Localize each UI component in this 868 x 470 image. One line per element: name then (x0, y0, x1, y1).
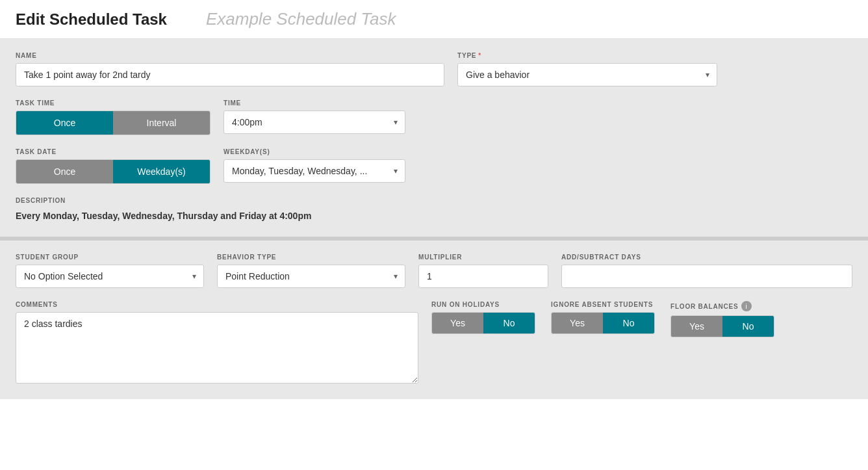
bottom-top-row: STUDENT GROUP No Option Selected Group A… (16, 254, 852, 288)
weekdays-label: WEEKDAY(S) (223, 148, 405, 155)
behavior-type-select-wrapper: Point Reduction Give a behavior Take a b… (217, 265, 405, 288)
name-group: NAME (16, 52, 444, 86)
floor-balances-toggle-item: FLOOR BALANCES i Yes No (670, 301, 774, 337)
task-date-weekdays-button[interactable]: Weekday(s) (113, 160, 210, 183)
floor-balances-toggle: Yes No (670, 315, 774, 337)
comments-row: COMMENTS 2 class tardies RUN ON HOLIDAYS… (16, 301, 852, 384)
run-on-holidays-toggle-item: RUN ON HOLIDAYS Yes No (431, 301, 535, 334)
weekdays-select-wrapper: Monday, Tuesday, Wednesday, ... Monday T… (223, 159, 405, 183)
task-date-group: TASK DATE Once Weekday(s) (16, 148, 211, 184)
ignore-absent-toggle-item: IGNORE ABSENT STUDENTS Yes No (551, 301, 655, 334)
page-header: Edit Scheduled Task Example Scheduled Ta… (0, 0, 868, 39)
student-group-label: STUDENT GROUP (16, 254, 204, 261)
description-group: DESCRIPTION Every Monday, Tuesday, Wedne… (16, 197, 852, 221)
page-title: Edit Scheduled Task (16, 10, 167, 29)
student-group-select-wrapper: No Option Selected Group A Group B ▾ (16, 265, 204, 288)
floor-balances-yes-button[interactable]: Yes (671, 316, 722, 337)
task-date-label: TASK DATE (16, 148, 211, 155)
multiplier-col: MULTIPLIER (418, 254, 548, 288)
weekday-group: WEEKDAY(S) Monday, Tuesday, Wednesday, .… (223, 148, 405, 183)
task-date-once-button[interactable]: Once (16, 160, 113, 183)
floor-balances-label-row: FLOOR BALANCES i (670, 301, 774, 311)
type-group: TYPE* Give a behavior Take a behavior Ot… (457, 52, 717, 86)
task-time-group: TASK TIME Once Interval (16, 99, 211, 135)
bottom-section: STUDENT GROUP No Option Selected Group A… (0, 241, 868, 399)
type-label: TYPE* (457, 52, 717, 59)
floor-balances-info-icon[interactable]: i (741, 301, 752, 311)
description-label: DESCRIPTION (16, 197, 852, 204)
description-text: Every Monday, Tuesday, Wednesday, Thursd… (16, 211, 852, 221)
ignore-absent-label: IGNORE ABSENT STUDENTS (551, 301, 655, 308)
type-select[interactable]: Give a behavior Take a behavior Other (457, 63, 717, 86)
ignore-absent-toggle: Yes No (551, 312, 655, 334)
time-select[interactable]: 4:00pm 4:30pm 5:00pm (223, 111, 405, 134)
time-select-wrapper: 4:00pm 4:30pm 5:00pm ▾ (223, 111, 405, 134)
task-time-label: TASK TIME (16, 99, 211, 107)
name-type-row: NAME TYPE* Give a behavior Take a behavi… (16, 52, 852, 86)
task-date-toggle: Once Weekday(s) (16, 159, 211, 184)
run-on-holidays-label: RUN ON HOLIDAYS (431, 301, 535, 308)
page-subtitle: Example Scheduled Task (206, 9, 396, 29)
run-on-holidays-toggle: Yes No (431, 312, 535, 334)
type-select-wrapper: Give a behavior Take a behavior Other ▾ (457, 63, 717, 86)
student-group-select[interactable]: No Option Selected Group A Group B (16, 265, 204, 288)
comments-textarea[interactable]: 2 class tardies (16, 312, 418, 384)
behavior-type-col: BEHAVIOR TYPE Point Reduction Give a beh… (217, 254, 405, 288)
ignore-absent-yes-button[interactable]: Yes (552, 313, 603, 333)
behavior-type-label: BEHAVIOR TYPE (217, 254, 405, 261)
time-group: TIME 4:00pm 4:30pm 5:00pm ▾ (223, 99, 405, 134)
comments-label: COMMENTS (16, 301, 418, 308)
task-time-row: TASK TIME Once Interval TIME 4:00pm 4:30… (16, 99, 852, 135)
student-group-col: STUDENT GROUP No Option Selected Group A… (16, 254, 204, 288)
task-date-row: TASK DATE Once Weekday(s) WEEKDAY(S) Mon… (16, 148, 852, 184)
add-subtract-label: ADD/SUBTRACT DAYS (561, 254, 852, 261)
name-label: NAME (16, 52, 444, 59)
multiplier-input[interactable] (418, 265, 548, 288)
floor-balances-label: FLOOR BALANCES (670, 303, 739, 310)
add-subtract-col: ADD/SUBTRACT DAYS (561, 254, 852, 288)
ignore-absent-no-button[interactable]: No (603, 313, 654, 333)
time-label: TIME (223, 99, 405, 107)
add-subtract-input[interactable] (561, 265, 852, 288)
right-toggles-col: RUN ON HOLIDAYS Yes No IGNORE ABSENT STU… (431, 301, 852, 337)
floor-balances-no-button[interactable]: No (722, 316, 774, 337)
task-time-interval-button[interactable]: Interval (113, 111, 210, 135)
run-on-holidays-yes-button[interactable]: Yes (432, 313, 483, 333)
toggle-section: RUN ON HOLIDAYS Yes No IGNORE ABSENT STU… (431, 301, 852, 337)
multiplier-label: MULTIPLIER (418, 254, 548, 261)
task-time-once-button[interactable]: Once (16, 111, 113, 135)
name-input[interactable] (16, 63, 444, 86)
comments-col: COMMENTS 2 class tardies (16, 301, 418, 384)
task-time-toggle: Once Interval (16, 111, 211, 135)
weekdays-select[interactable]: Monday, Tuesday, Wednesday, ... Monday T… (223, 159, 405, 183)
behavior-type-select[interactable]: Point Reduction Give a behavior Take a b… (217, 265, 405, 288)
top-section: NAME TYPE* Give a behavior Take a behavi… (0, 39, 868, 238)
run-on-holidays-no-button[interactable]: No (483, 313, 535, 333)
